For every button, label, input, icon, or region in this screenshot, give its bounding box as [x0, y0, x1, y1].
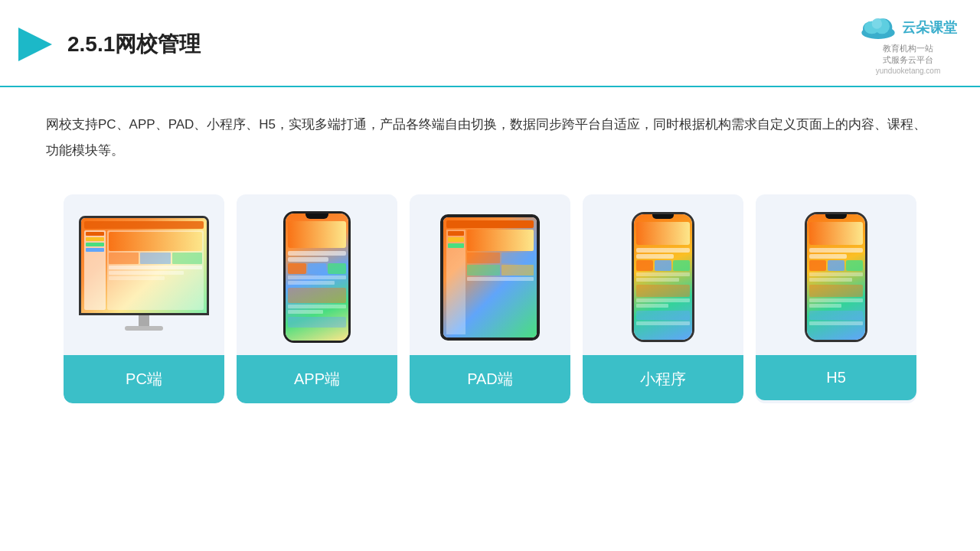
pc-mockup	[79, 216, 209, 338]
mini-image-area	[583, 194, 743, 355]
card-app-label: APP端	[237, 355, 397, 403]
logo-cloud: 云朵课堂	[859, 14, 957, 41]
card-mini: 小程序	[583, 194, 743, 403]
mini-mockup	[632, 212, 694, 342]
pc-image-area	[64, 194, 224, 355]
svg-marker-0	[18, 28, 52, 61]
app-mockup	[283, 211, 351, 343]
card-pc-label: PC端	[64, 355, 224, 403]
card-pad: PAD端	[410, 194, 570, 403]
page-title: 2.5.1网校管理	[67, 30, 201, 59]
logo-name: 云朵课堂	[902, 18, 957, 37]
card-h5: H5	[756, 194, 916, 403]
pad-image-area	[410, 194, 570, 355]
card-pc: PC端	[64, 194, 224, 403]
description-text: 网校支持PC、APP、PAD、小程序、H5，实现多端打通，产品各终端自由切换，数…	[0, 87, 980, 179]
logo-url: yunduoketang.com	[876, 67, 941, 75]
logo-subtitle: 教育机构一站式服务云平台	[883, 43, 933, 66]
app-image-area	[237, 194, 397, 355]
cards-container: PC端	[0, 179, 980, 403]
brand-icon	[15, 24, 55, 64]
pad-mockup	[440, 214, 540, 341]
logo-area: 云朵课堂 教育机构一站式服务云平台 yunduoketang.com	[859, 14, 957, 75]
card-mini-label: 小程序	[583, 355, 743, 403]
svg-point-7	[872, 18, 882, 28]
card-app: APP端	[237, 194, 397, 403]
h5-image-area	[756, 194, 916, 355]
cloud-logo-icon	[859, 14, 897, 41]
header: 2.5.1网校管理 云朵课堂 教育机构一站式服务云平台 yunduoketang…	[0, 0, 980, 87]
card-pad-label: PAD端	[410, 355, 570, 403]
card-h5-label: H5	[756, 355, 916, 400]
h5-mockup	[805, 212, 867, 342]
header-left: 2.5.1网校管理	[15, 24, 201, 64]
